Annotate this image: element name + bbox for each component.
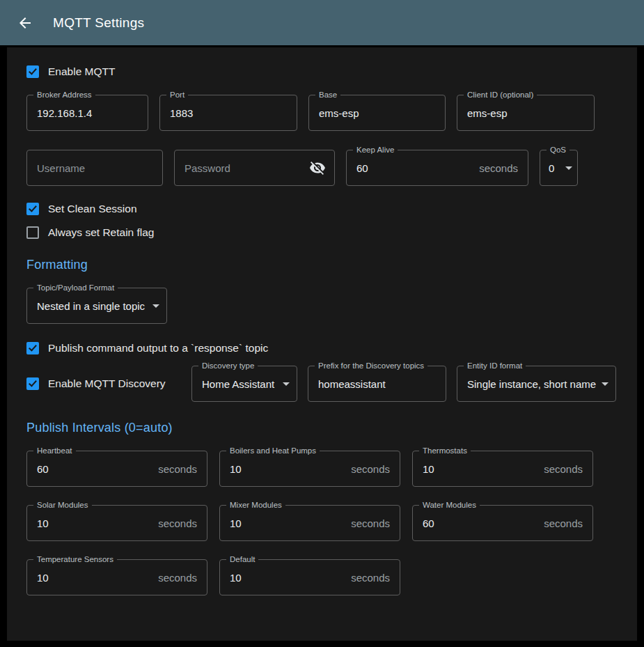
- interval-label: Default: [226, 554, 258, 565]
- checkbox-checked-icon[interactable]: [26, 65, 39, 78]
- port-label: Port: [166, 90, 188, 100]
- clean-session-row[interactable]: Set Clean Session: [26, 203, 618, 215]
- discovery-prefix-input[interactable]: [308, 366, 446, 401]
- boilers-interval-input[interactable]: [220, 451, 400, 486]
- chevron-down-icon: [565, 166, 572, 170]
- retain-flag-label: Always set Retain flag: [48, 226, 155, 239]
- base-field: Base: [308, 95, 446, 131]
- discovery-type-label: Discovery type: [198, 361, 258, 371]
- publish-response-label: Publish command output to a `response` t…: [48, 342, 268, 354]
- default-interval-field: Default seconds: [219, 559, 400, 595]
- enable-mqtt-row[interactable]: Enable MQTT: [26, 65, 618, 78]
- formatting-heading: Formatting: [26, 258, 618, 272]
- interval-label: Temperature Sensors: [33, 554, 117, 565]
- mixer-interval-field: Mixer Modules seconds: [219, 505, 400, 541]
- intervals-heading: Publish Intervals (0=auto): [26, 421, 618, 435]
- interval-label: Thermostats: [419, 446, 471, 456]
- keep-alive-field: Keep Alive seconds: [346, 150, 528, 186]
- app-bar: MQTT Settings: [0, 0, 644, 45]
- broker-fields-row: Broker Address Port Base Client ID (opti…: [26, 95, 618, 131]
- default-interval-input[interactable]: [220, 560, 400, 595]
- boilers-interval-field: Boilers and Heat Pumps seconds: [219, 451, 400, 487]
- temperature-interval-input[interactable]: [27, 560, 207, 595]
- chevron-down-icon: [152, 304, 159, 308]
- broker-address-field: Broker Address: [26, 95, 148, 131]
- thermostats-interval-field: Thermostats seconds: [412, 451, 593, 487]
- port-input[interactable]: [160, 95, 297, 130]
- visibility-off-icon: [309, 159, 326, 176]
- intervals-grid: Heartbeat seconds Boilers and Heat Pumps…: [26, 451, 593, 595]
- thermostats-interval-input[interactable]: [413, 451, 592, 486]
- publish-response-row[interactable]: Publish command output to a `response` t…: [26, 342, 618, 354]
- username-input[interactable]: [27, 150, 162, 185]
- solar-interval-field: Solar Modules seconds: [26, 505, 207, 541]
- entity-id-format-label: Entity ID format: [464, 361, 526, 371]
- broker-address-label: Broker Address: [33, 90, 95, 100]
- discovery-prefix-label: Prefix for the Discovery topics: [315, 361, 427, 371]
- retain-flag-row[interactable]: Always set Retain flag: [26, 226, 618, 239]
- enable-discovery-row[interactable]: Enable MQTT Discovery: [26, 377, 181, 390]
- broker-address-input[interactable]: [27, 95, 148, 130]
- interval-label: Mixer Modules: [226, 500, 285, 510]
- interval-label: Solar Modules: [33, 500, 92, 510]
- enable-discovery-label: Enable MQTT Discovery: [48, 377, 166, 390]
- discovery-prefix-field: Prefix for the Discovery topics: [308, 366, 446, 402]
- discovery-type-select[interactable]: Discovery type Home Assistant: [191, 366, 297, 402]
- credentials-row: Keep Alive seconds QoS 0: [26, 150, 618, 186]
- checkbox-checked-icon[interactable]: [26, 342, 39, 354]
- interval-label: Water Modules: [419, 500, 480, 510]
- client-id-label: Client ID (optional): [464, 90, 537, 100]
- entity-id-format-select[interactable]: Entity ID format Single instance, short …: [457, 366, 616, 402]
- interval-label: Boilers and Heat Pumps: [226, 446, 320, 456]
- discovery-type-value: Home Assistant: [192, 378, 295, 390]
- heartbeat-interval-input[interactable]: [27, 451, 207, 486]
- keep-alive-input[interactable]: [347, 150, 528, 185]
- chevron-down-icon: [283, 382, 290, 386]
- client-id-input[interactable]: [457, 95, 594, 130]
- enable-mqtt-label: Enable MQTT: [48, 65, 115, 78]
- base-label: Base: [315, 90, 340, 100]
- qos-select[interactable]: QoS 0: [540, 150, 578, 186]
- base-input[interactable]: [309, 95, 445, 130]
- topic-format-row: Topic/Payload Format Nested in a single …: [26, 288, 618, 324]
- username-field: [26, 150, 163, 186]
- clean-session-label: Set Clean Session: [48, 203, 137, 215]
- checkbox-checked-icon[interactable]: [26, 377, 39, 390]
- topic-format-label: Topic/Payload Format: [33, 283, 118, 293]
- back-button[interactable]: [13, 10, 38, 36]
- solar-interval-input[interactable]: [27, 506, 207, 540]
- discovery-row: Enable MQTT Discovery Discovery type Hom…: [26, 366, 618, 402]
- page-title: MQTT Settings: [53, 15, 144, 31]
- water-interval-input[interactable]: [413, 506, 592, 540]
- topic-format-value: Nested in a single topic: [27, 300, 166, 312]
- temperature-interval-field: Temperature Sensors seconds: [26, 559, 207, 595]
- heartbeat-interval-field: Heartbeat seconds: [26, 451, 207, 487]
- arrow-back-icon: [17, 15, 33, 31]
- chevron-down-icon: [602, 382, 608, 386]
- port-field: Port: [159, 95, 297, 131]
- content-panel: Enable MQTT Broker Address Port Base Cli…: [7, 47, 637, 641]
- water-interval-field: Water Modules seconds: [412, 505, 593, 541]
- checkbox-unchecked-icon[interactable]: [26, 226, 39, 239]
- keep-alive-label: Keep Alive: [353, 145, 398, 155]
- checkbox-checked-icon[interactable]: [26, 203, 39, 215]
- topic-format-select[interactable]: Topic/Payload Format Nested in a single …: [26, 288, 167, 324]
- interval-label: Heartbeat: [33, 446, 76, 456]
- client-id-field: Client ID (optional): [457, 95, 595, 131]
- entity-id-format-value: Single instance, short name: [457, 378, 617, 390]
- toggle-password-visibility-button[interactable]: [306, 157, 329, 179]
- mixer-interval-input[interactable]: [220, 506, 400, 540]
- password-field: [174, 150, 335, 186]
- qos-label: QoS: [547, 145, 570, 155]
